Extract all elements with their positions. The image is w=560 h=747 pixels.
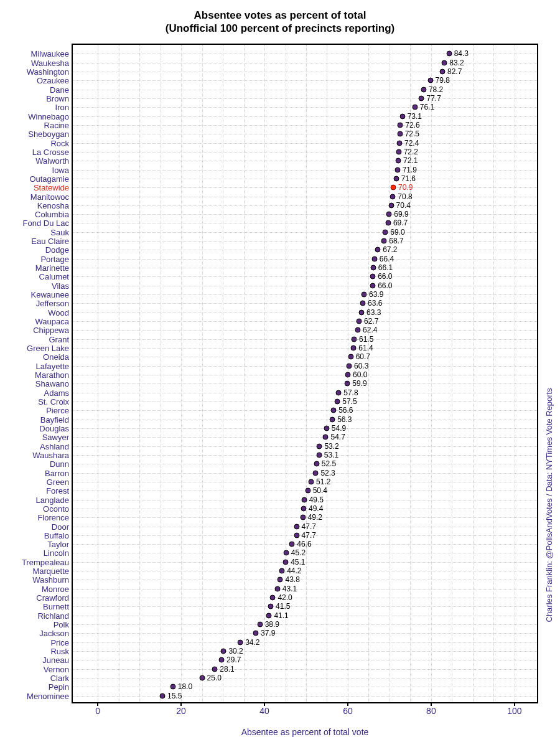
data-point	[393, 176, 399, 181]
data-value-label: 29.7	[226, 655, 241, 664]
y-category-label: Forest	[46, 486, 73, 496]
hgrid-line	[73, 687, 537, 687]
data-value-label: 49.4	[309, 504, 323, 513]
y-category-label: Iowa	[52, 165, 73, 174]
data-value-label: 72.6	[405, 121, 419, 129]
data-value-label: 71.9	[403, 166, 417, 174]
hgrid-line	[73, 250, 537, 250]
y-category-label: Pepin	[49, 682, 73, 692]
data-value-label: 53.1	[324, 451, 338, 459]
y-category-label: Green Lake	[27, 344, 73, 353]
hgrid-line	[73, 402, 537, 402]
y-category-label: Oconto	[43, 504, 73, 513]
hgrid-line	[73, 205, 537, 206]
hgrid-line	[73, 241, 537, 242]
hgrid-line	[73, 330, 537, 331]
data-value-label: 25.0	[207, 674, 222, 682]
data-value-label: 37.9	[261, 629, 275, 637]
data-point	[439, 68, 445, 74]
y-category-label: Menominee	[27, 691, 73, 700]
data-point	[219, 657, 225, 663]
data-value-label: 83.2	[449, 59, 464, 67]
y-category-label: Milwaukee	[31, 49, 73, 59]
hgrid-line	[73, 571, 537, 571]
x-tick-label: 0	[95, 702, 100, 716]
y-category-label: Jackson	[39, 629, 73, 638]
data-value-label: 82.7	[447, 67, 462, 76]
data-value-label: 68.7	[389, 237, 403, 245]
y-category-label: Price	[50, 637, 73, 647]
y-category-label: Manitowoc	[30, 192, 73, 201]
hgrid-line	[73, 651, 537, 652]
y-category-label: Kenosha	[37, 200, 73, 210]
y-category-label: Waupaca	[35, 317, 73, 326]
data-point	[346, 363, 352, 369]
hgrid-line	[73, 321, 537, 322]
data-point	[335, 398, 340, 404]
data-value-label: 45.2	[291, 548, 306, 557]
hgrid-line	[73, 286, 537, 286]
data-point	[301, 497, 307, 502]
data-point	[396, 149, 401, 154]
y-category-label: Monroe	[42, 584, 73, 593]
hgrid-line	[73, 428, 537, 429]
data-value-label: 72.2	[404, 148, 418, 156]
data-value-label: 70.9	[398, 183, 413, 192]
y-category-label: Winnebago	[28, 111, 73, 121]
hgrid-line	[73, 179, 537, 179]
hgrid-line	[73, 589, 537, 590]
data-point	[294, 532, 299, 538]
data-point	[294, 524, 299, 529]
data-value-label: 60.0	[353, 370, 367, 379]
data-point	[316, 452, 322, 458]
data-point	[385, 220, 391, 226]
y-category-label: Crawford	[36, 593, 73, 603]
data-value-label: 71.6	[401, 174, 416, 183]
plot-area: Milwaukee84.3Waukesha83.2Washington82.7O…	[72, 44, 538, 703]
y-category-label: Ashland	[40, 441, 73, 451]
data-value-label: 57.8	[343, 388, 358, 397]
data-value-label: 50.4	[313, 486, 327, 495]
x-tick-label: 100	[507, 702, 521, 716]
y-category-label: Washburn	[32, 575, 73, 585]
hgrid-line	[73, 464, 537, 464]
y-category-label: Kewaunee	[31, 290, 73, 299]
data-value-label: 46.6	[297, 540, 311, 548]
hgrid-line	[73, 624, 537, 625]
data-value-label: 70.4	[396, 201, 411, 210]
hgrid-line	[73, 143, 537, 144]
data-point	[383, 229, 388, 235]
data-point	[199, 675, 205, 681]
data-value-label: 66.4	[380, 255, 394, 263]
hgrid-line	[73, 696, 537, 697]
y-category-label: Florence	[37, 513, 73, 522]
y-category-label: Door	[52, 522, 73, 531]
data-value-label: 61.5	[359, 335, 373, 344]
y-category-label: Dane	[50, 85, 73, 94]
y-category-label: Iron	[55, 103, 73, 112]
hgrid-line	[73, 678, 537, 679]
y-category-label: Chippewa	[33, 326, 73, 335]
y-category-label: Marinette	[35, 263, 73, 273]
data-point	[371, 256, 377, 261]
data-point	[331, 408, 337, 413]
data-point	[394, 167, 400, 172]
y-category-label: Racine	[44, 120, 73, 129]
hgrid-line	[73, 580, 537, 580]
data-point	[283, 559, 289, 565]
data-value-label: 49.5	[309, 496, 324, 504]
y-category-label: Juneau	[42, 655, 73, 665]
x-tick-label: 60	[343, 702, 353, 716]
y-category-label: Dodge	[45, 245, 73, 255]
hgrid-line	[73, 348, 537, 349]
hgrid-line	[73, 90, 537, 90]
data-value-label: 54.7	[330, 433, 345, 441]
hgrid-line	[73, 660, 537, 660]
data-value-label: 67.2	[383, 245, 397, 254]
data-point	[300, 515, 306, 520]
y-category-label: Columbia	[35, 210, 73, 219]
title-line-2: (Unofficial 100 percent of precincts rep…	[0, 22, 560, 35]
hgrid-line	[73, 437, 537, 438]
y-category-label: Barron	[45, 468, 73, 477]
hgrid-line	[73, 80, 537, 81]
